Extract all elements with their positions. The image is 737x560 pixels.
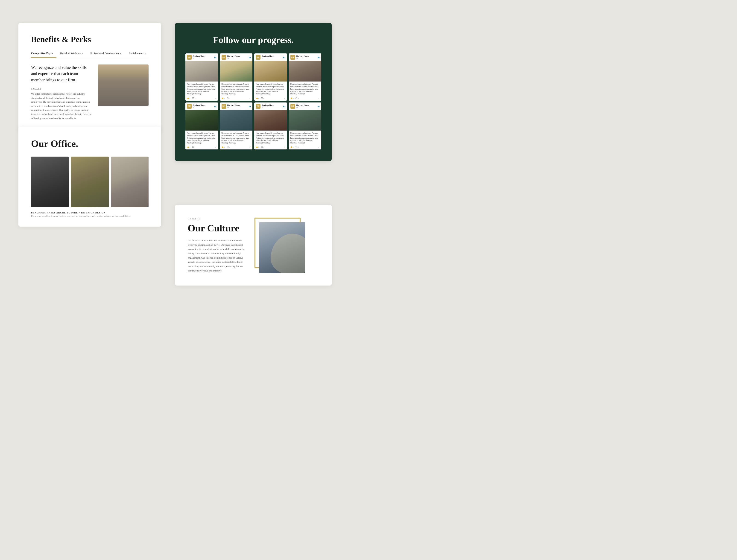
social-avatar-1: BH <box>187 55 192 60</box>
post-header-3: BH Blackney Hayes 2d in <box>254 53 287 61</box>
post-company-1: Blackney Hayes <box>193 55 213 58</box>
post-share-6[interactable]: ↗ <box>249 146 251 148</box>
post-image-4 <box>289 61 322 82</box>
social-avatar-3: BH <box>256 55 260 60</box>
office-image-3 <box>111 157 149 207</box>
tab-arrow-icon: ▸ <box>52 52 53 55</box>
linkedin-icon-2: in <box>249 56 251 59</box>
post-like-7[interactable]: 👍 0 <box>256 146 259 148</box>
linkedin-icon-4: in <box>318 56 320 59</box>
post-comment-8[interactable]: 💬 0 <box>295 146 299 148</box>
post-share-2[interactable]: ↗ <box>249 97 251 99</box>
post-text-3: Nam commodo suscipit quam. Praesent vene… <box>254 82 287 96</box>
post-text-6: Nam commodo suscipit quam. Praesent vene… <box>220 131 253 146</box>
social-avatar-7: BH <box>256 104 260 109</box>
culture-card: CAREERS Our Culture We foster a collabor… <box>175 205 332 286</box>
post-company-4: Blackney Hayes <box>296 55 316 58</box>
linkedin-icon-1: in <box>214 56 216 59</box>
benefits-hero-text: We recognize and value the skills and ex… <box>31 64 91 83</box>
social-post-2: BH Blackney Hayes 2d in Nam commodo susc… <box>220 53 253 101</box>
post-actions-4: 👍 0 💬 0 ↗ <box>289 96 322 101</box>
page: Benefits & Perks Competitive Pay ▸ Healt… <box>0 0 737 560</box>
social-post-1: BH Blackney Hayes 2d in Nam commodo susc… <box>185 53 218 101</box>
post-share-3[interactable]: ↗ <box>284 97 285 99</box>
salary-body-text: We offer competitive salaries that refle… <box>31 92 92 120</box>
linkedin-icon-8: in <box>318 105 320 108</box>
post-like-6[interactable]: 👍 0 <box>222 146 225 148</box>
social-avatar-2: BH <box>222 55 226 60</box>
post-meta-1: Blackney Hayes 2d <box>193 55 213 59</box>
post-like-5[interactable]: 👍 0 <box>187 146 190 148</box>
linkedin-icon-3: in <box>283 56 285 59</box>
progress-card: Follow our progress. BH Blackney Hayes 2… <box>175 23 332 161</box>
post-comment-1[interactable]: 💬 0 <box>192 97 195 99</box>
salary-label: SALARY <box>31 88 92 90</box>
post-share-4[interactable]: ↗ <box>318 97 320 99</box>
post-text-1: Nam commodo suscipit quam. Praesent vene… <box>185 82 218 96</box>
post-comment-6[interactable]: 💬 0 <box>227 146 230 148</box>
tab-social-events[interactable]: Social events ▸ <box>129 50 149 58</box>
tab-professional-dev[interactable]: Professional Development ▸ <box>90 50 125 58</box>
post-header-5: BH Blackney Hayes 3d in <box>185 102 218 110</box>
culture-photo-overlay <box>271 234 305 273</box>
benefits-content: We recognize and value the skills and ex… <box>31 64 149 120</box>
post-time-6: 2d <box>227 106 248 108</box>
post-share-1[interactable]: ↗ <box>215 97 216 99</box>
post-like-1[interactable]: 👍 0 <box>187 97 190 99</box>
tab-arrow-icon: ▸ <box>120 52 122 55</box>
post-company-6: Blackney Hayes <box>227 104 248 107</box>
linkedin-icon-6: in <box>249 105 251 108</box>
post-time-3: 2d <box>262 58 282 59</box>
post-actions-2: 👍 0 💬 0 ↗ <box>220 96 253 101</box>
post-header-7: BH Blackney Hayes 2d in <box>254 102 287 110</box>
post-like-2[interactable]: 👍 0 <box>222 97 225 99</box>
post-share-8[interactable]: ↗ <box>318 146 320 148</box>
post-share-7[interactable]: ↗ <box>284 146 285 148</box>
post-company-2: Blackney Hayes <box>227 55 248 58</box>
post-like-8[interactable]: 👍 0 <box>290 146 294 148</box>
post-meta-4: Blackney Hayes 2d <box>296 55 316 59</box>
social-post-4: BH Blackney Hayes 2d in Nam commodo susc… <box>289 53 322 101</box>
post-like-4[interactable]: 👍 0 <box>290 97 294 99</box>
post-comment-7[interactable]: 💬 0 <box>261 146 264 148</box>
post-meta-6: Blackney Hayes 2d <box>227 104 248 108</box>
post-share-5[interactable]: ↗ <box>215 146 216 148</box>
tab-health-wellness[interactable]: Health & Wellness ▸ <box>60 50 87 58</box>
post-company-3: Blackney Hayes <box>262 55 282 58</box>
post-meta-2: Blackney Hayes 2d <box>227 55 248 59</box>
social-post-5: BH Blackney Hayes 3d in Nam commodo susc… <box>185 102 218 150</box>
culture-title: Our Culture <box>188 223 245 234</box>
social-post-6: BH Blackney Hayes 2d in Nam commodo susc… <box>220 102 253 150</box>
post-actions-3: 👍 0 💬 0 ↗ <box>254 96 287 101</box>
post-actions-7: 👍 0 💬 0 ↗ <box>254 145 287 149</box>
tab-competitive-pay[interactable]: Competitive Pay ▸ <box>31 50 56 58</box>
post-meta-7: Blackney Hayes 2d <box>262 104 282 108</box>
benefits-office-image <box>98 64 149 106</box>
culture-text-column: CAREERS Our Culture We foster a collabor… <box>188 218 245 273</box>
benefits-text-column: We recognize and value the skills and ex… <box>31 64 92 120</box>
post-image-7 <box>254 110 287 131</box>
post-comment-2[interactable]: 💬 0 <box>227 97 230 99</box>
social-post-3: BH Blackney Hayes 2d in Nam commodo susc… <box>254 53 287 101</box>
culture-label: CAREERS <box>188 218 245 220</box>
post-meta-3: Blackney Hayes 2d <box>262 55 282 59</box>
linkedin-icon-7: in <box>283 105 285 108</box>
post-time-7: 2d <box>262 106 282 108</box>
culture-image-column <box>254 218 319 273</box>
post-company-7: Blackney Hayes <box>262 104 282 107</box>
post-comment-4[interactable]: 💬 0 <box>295 97 299 99</box>
benefits-card: Benefits & Perks Competitive Pay ▸ Healt… <box>18 23 161 132</box>
post-text-8: Nam commodo suscipit quam. Praesent vene… <box>289 131 322 146</box>
post-meta-5: Blackney Hayes 3d <box>193 104 213 108</box>
progress-title: Follow our progress. <box>185 35 321 45</box>
post-time-2: 2d <box>227 58 248 59</box>
post-like-3[interactable]: 👍 0 <box>256 97 259 99</box>
social-post-8: BH Blackney Hayes 2d in Nam commodo susc… <box>289 102 322 150</box>
post-comment-3[interactable]: 💬 0 <box>261 97 264 99</box>
post-image-6 <box>220 110 253 131</box>
benefits-title: Benefits & Perks <box>31 35 149 44</box>
post-comment-5[interactable]: 💬 0 <box>192 146 195 148</box>
post-actions-8: 👍 0 💬 0 ↗ <box>289 145 322 149</box>
post-image-3 <box>254 61 287 82</box>
linkedin-icon-5: in <box>214 105 216 108</box>
